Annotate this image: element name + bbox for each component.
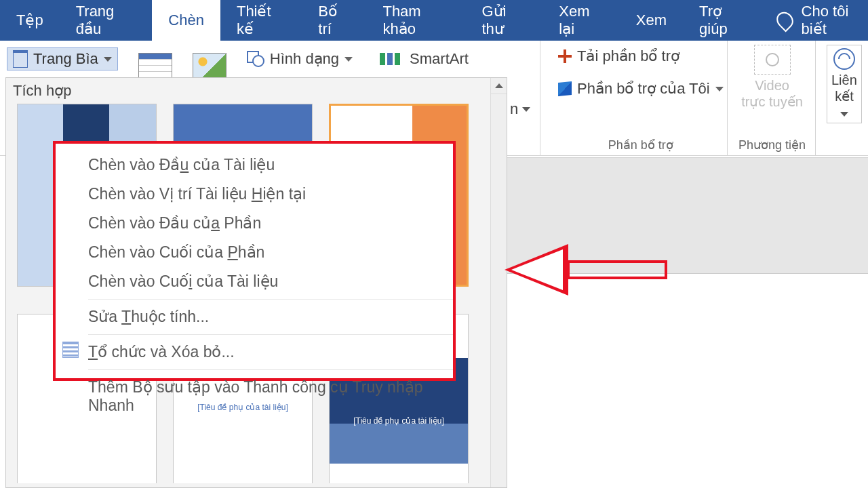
get-addins-label: Tải phần bổ trợ <box>577 47 679 65</box>
addin-icon <box>558 81 572 96</box>
chevron-down-icon <box>715 87 724 92</box>
smartart-label: SmartArt <box>410 50 469 68</box>
smartart-button[interactable]: SmartArt <box>373 47 475 70</box>
table-button[interactable] <box>138 53 172 79</box>
gallery-section-header: Tích hợp <box>6 78 507 104</box>
ribbon-tabs: Tệp Trang đầu Chèn Thiết kế Bố trí Tham … <box>0 0 868 41</box>
menu-insert-begin-section[interactable]: Chèn vào Đầu của Phần <box>88 209 453 238</box>
my-addins-button[interactable]: Phần bổ trợ của Tôi <box>551 77 730 100</box>
tab-design[interactable]: Thiết kế <box>220 0 302 41</box>
tab-help[interactable]: Trợ giúp <box>683 0 764 41</box>
menu-edit-properties[interactable]: Sửa Thuộc tính... <box>88 302 453 331</box>
menu-insert-end-doc[interactable]: Chèn vào Cuối của Tài liệu <box>88 267 453 296</box>
annotation-arrow <box>479 245 669 294</box>
tab-review[interactable]: Xem lại <box>542 0 620 41</box>
my-addins-label: Phần bổ trợ của Tôi <box>577 80 710 98</box>
shapes-button[interactable]: Hình dạng <box>240 47 359 70</box>
menu-organize-delete[interactable]: Tổ chức và Xóa bỏ... <box>88 338 453 367</box>
tab-mailings[interactable]: Gửi thư <box>465 0 542 41</box>
menu-insert-current-pos[interactable]: Chèn vào Vị trí Tài liệu Hiện tại <box>88 180 453 209</box>
shapes-label: Hình dạng <box>270 50 339 68</box>
tab-insert[interactable]: Chèn <box>152 0 220 41</box>
scroll-up-button[interactable] <box>491 78 507 94</box>
media-group-label: Phương tiện <box>738 138 806 152</box>
organize-icon <box>62 342 79 358</box>
tab-view[interactable]: Xem <box>620 0 683 41</box>
link-icon <box>833 48 855 70</box>
page-icon <box>13 50 28 68</box>
online-video-icon <box>754 45 791 75</box>
context-menu: Chèn vào Đầu của Tài liệu Chèn vào Vị tr… <box>53 141 456 381</box>
document-page[interactable] <box>507 273 868 488</box>
chevron-down-icon <box>522 107 530 112</box>
link-button[interactable]: Liên kết <box>827 45 862 123</box>
chevron-down-icon <box>104 57 112 62</box>
lightbulb-icon <box>774 9 797 33</box>
menu-insert-begin-doc[interactable]: Chèn vào Đầu của Tài liệu <box>88 150 453 180</box>
hidden-control-edge: n <box>510 100 530 118</box>
menu-insert-end-section[interactable]: Chèn vào Cuối của Phần <box>88 238 453 267</box>
cover-page-button[interactable]: Trang Bìa <box>7 47 118 70</box>
tab-file[interactable]: Tệp <box>0 0 60 41</box>
cover-page-label: Trang Bìa <box>33 50 98 68</box>
tab-layout[interactable]: Bố trí <box>302 0 366 41</box>
smartart-icon <box>380 53 400 65</box>
menu-add-to-qat[interactable]: Thêm Bộ sưu tập vào Thanh công cụ Truy n… <box>88 373 453 420</box>
tab-home[interactable]: Trang đầu <box>60 0 153 41</box>
store-icon <box>558 49 572 63</box>
shapes-icon <box>247 51 264 67</box>
chevron-down-icon <box>344 57 353 62</box>
tab-references[interactable]: Tham khảo <box>366 0 465 41</box>
chevron-down-icon <box>840 112 848 117</box>
addins-group-label: Phần bổ trợ <box>608 138 673 152</box>
tell-me-label: Cho tôi biết <box>802 3 868 38</box>
tell-me[interactable]: Cho tôi biết <box>764 0 868 41</box>
online-video-button[interactable]: Videotrực tuyến <box>741 77 803 110</box>
get-addins-button[interactable]: Tải phần bổ trợ <box>551 45 686 68</box>
document-area <box>507 157 868 488</box>
